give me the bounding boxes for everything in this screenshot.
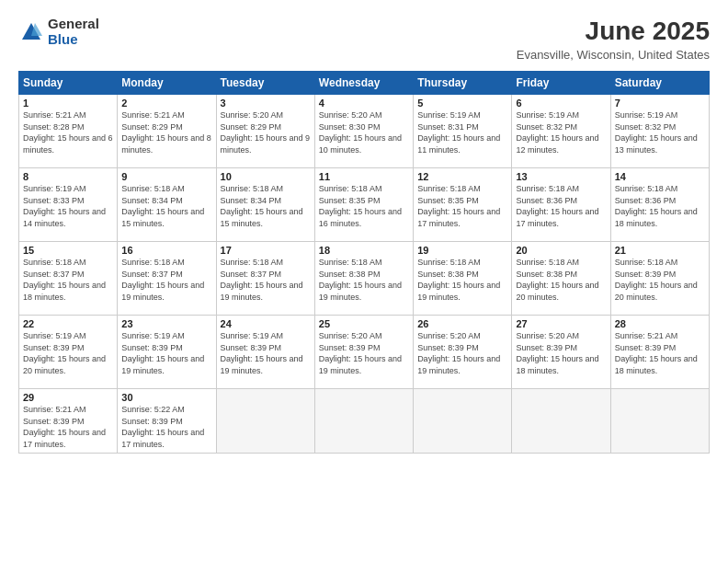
day-number: 12 xyxy=(417,171,507,182)
table-row: 29Sunrise: 5:21 AMSunset: 8:39 PMDayligh… xyxy=(19,389,118,454)
col-sunday: Sunday xyxy=(19,72,118,95)
table-row: 5Sunrise: 5:19 AMSunset: 8:31 PMDaylight… xyxy=(414,95,512,168)
calendar-week-row: 15Sunrise: 5:18 AMSunset: 8:37 PMDayligh… xyxy=(19,242,710,316)
day-number: 21 xyxy=(615,245,705,256)
logo-icon xyxy=(18,19,44,45)
calendar-week-row: 8Sunrise: 5:19 AMSunset: 8:33 PMDaylight… xyxy=(19,168,710,242)
day-number: 29 xyxy=(23,392,113,403)
day-number: 6 xyxy=(516,98,606,109)
col-saturday: Saturday xyxy=(610,72,709,95)
day-info: Sunrise: 5:18 AMSunset: 8:36 PMDaylight:… xyxy=(615,183,705,229)
table-row: 8Sunrise: 5:19 AMSunset: 8:33 PMDaylight… xyxy=(19,168,118,242)
col-wednesday: Wednesday xyxy=(314,72,413,95)
day-info: Sunrise: 5:18 AMSunset: 8:39 PMDaylight:… xyxy=(615,257,705,303)
table-row: 10Sunrise: 5:18 AMSunset: 8:34 PMDayligh… xyxy=(216,168,314,242)
empty-cell xyxy=(216,389,314,454)
day-number: 22 xyxy=(23,318,113,329)
day-number: 14 xyxy=(615,171,705,182)
day-number: 13 xyxy=(516,171,606,182)
table-row: 19Sunrise: 5:18 AMSunset: 8:38 PMDayligh… xyxy=(414,242,512,316)
table-row: 6Sunrise: 5:19 AMSunset: 8:32 PMDaylight… xyxy=(512,95,610,168)
day-info: Sunrise: 5:18 AMSunset: 8:38 PMDaylight:… xyxy=(319,257,409,303)
day-number: 25 xyxy=(319,318,409,329)
main-title: June 2025 xyxy=(517,17,710,46)
table-row: 9Sunrise: 5:18 AMSunset: 8:34 PMDaylight… xyxy=(118,168,216,242)
table-row: 22Sunrise: 5:19 AMSunset: 8:39 PMDayligh… xyxy=(19,316,118,389)
table-row: 20Sunrise: 5:18 AMSunset: 8:38 PMDayligh… xyxy=(512,242,610,316)
page: General Blue June 2025 Evansville, Wisco… xyxy=(0,0,728,563)
calendar-header-row: Sunday Monday Tuesday Wednesday Thursday… xyxy=(19,72,710,95)
day-number: 19 xyxy=(417,245,507,256)
logo-blue: Blue xyxy=(48,32,99,48)
empty-cell xyxy=(512,389,610,454)
day-info: Sunrise: 5:19 AMSunset: 8:39 PMDaylight:… xyxy=(23,330,113,376)
day-number: 1 xyxy=(23,98,113,109)
day-number: 20 xyxy=(516,245,606,256)
day-number: 17 xyxy=(221,245,311,256)
day-info: Sunrise: 5:21 AMSunset: 8:28 PMDaylight:… xyxy=(23,109,113,155)
col-monday: Monday xyxy=(118,72,216,95)
col-friday: Friday xyxy=(512,72,610,95)
calendar-week-row: 22Sunrise: 5:19 AMSunset: 8:39 PMDayligh… xyxy=(19,316,710,389)
logo-general: General xyxy=(48,17,99,32)
table-row: 15Sunrise: 5:18 AMSunset: 8:37 PMDayligh… xyxy=(19,242,118,316)
table-row: 24Sunrise: 5:19 AMSunset: 8:39 PMDayligh… xyxy=(216,316,314,389)
table-row: 26Sunrise: 5:20 AMSunset: 8:39 PMDayligh… xyxy=(414,316,512,389)
day-number: 30 xyxy=(121,392,211,403)
day-info: Sunrise: 5:18 AMSunset: 8:37 PMDaylight:… xyxy=(221,257,311,303)
table-row: 17Sunrise: 5:18 AMSunset: 8:37 PMDayligh… xyxy=(216,242,314,316)
day-number: 27 xyxy=(516,318,606,329)
day-info: Sunrise: 5:19 AMSunset: 8:39 PMDaylight:… xyxy=(121,330,211,376)
header: General Blue June 2025 Evansville, Wisco… xyxy=(18,17,710,62)
day-info: Sunrise: 5:18 AMSunset: 8:38 PMDaylight:… xyxy=(516,257,606,303)
day-number: 9 xyxy=(121,171,211,182)
calendar: Sunday Monday Tuesday Wednesday Thursday… xyxy=(18,71,710,454)
day-info: Sunrise: 5:18 AMSunset: 8:34 PMDaylight:… xyxy=(121,183,211,229)
day-number: 28 xyxy=(615,318,705,329)
day-info: Sunrise: 5:21 AMSunset: 8:29 PMDaylight:… xyxy=(121,109,211,155)
day-number: 24 xyxy=(221,318,311,329)
table-row: 1Sunrise: 5:21 AMSunset: 8:28 PMDaylight… xyxy=(19,95,118,168)
table-row: 7Sunrise: 5:19 AMSunset: 8:32 PMDaylight… xyxy=(610,95,709,168)
table-row: 2Sunrise: 5:21 AMSunset: 8:29 PMDaylight… xyxy=(118,95,216,168)
day-number: 11 xyxy=(319,171,409,182)
day-info: Sunrise: 5:20 AMSunset: 8:30 PMDaylight:… xyxy=(319,109,409,155)
day-info: Sunrise: 5:20 AMSunset: 8:39 PMDaylight:… xyxy=(319,330,409,376)
day-info: Sunrise: 5:18 AMSunset: 8:37 PMDaylight:… xyxy=(23,257,113,303)
table-row: 16Sunrise: 5:18 AMSunset: 8:37 PMDayligh… xyxy=(118,242,216,316)
day-info: Sunrise: 5:18 AMSunset: 8:34 PMDaylight:… xyxy=(221,183,311,229)
col-thursday: Thursday xyxy=(414,72,512,95)
day-info: Sunrise: 5:19 AMSunset: 8:32 PMDaylight:… xyxy=(516,109,606,155)
day-info: Sunrise: 5:18 AMSunset: 8:35 PMDaylight:… xyxy=(417,183,507,229)
table-row: 11Sunrise: 5:18 AMSunset: 8:35 PMDayligh… xyxy=(314,168,413,242)
table-row: 14Sunrise: 5:18 AMSunset: 8:36 PMDayligh… xyxy=(610,168,709,242)
empty-cell xyxy=(314,389,413,454)
day-number: 16 xyxy=(121,245,211,256)
logo-text: General Blue xyxy=(48,17,99,47)
table-row: 23Sunrise: 5:19 AMSunset: 8:39 PMDayligh… xyxy=(118,316,216,389)
table-row: 30Sunrise: 5:22 AMSunset: 8:39 PMDayligh… xyxy=(118,389,216,454)
table-row: 28Sunrise: 5:21 AMSunset: 8:39 PMDayligh… xyxy=(610,316,709,389)
day-number: 15 xyxy=(23,245,113,256)
day-info: Sunrise: 5:21 AMSunset: 8:39 PMDaylight:… xyxy=(615,330,705,376)
day-info: Sunrise: 5:21 AMSunset: 8:39 PMDaylight:… xyxy=(23,404,113,450)
day-info: Sunrise: 5:20 AMSunset: 8:29 PMDaylight:… xyxy=(221,109,311,155)
table-row: 4Sunrise: 5:20 AMSunset: 8:30 PMDaylight… xyxy=(314,95,413,168)
day-info: Sunrise: 5:20 AMSunset: 8:39 PMDaylight:… xyxy=(516,330,606,376)
day-number: 5 xyxy=(417,98,507,109)
table-row: 12Sunrise: 5:18 AMSunset: 8:35 PMDayligh… xyxy=(414,168,512,242)
table-row: 21Sunrise: 5:18 AMSunset: 8:39 PMDayligh… xyxy=(610,242,709,316)
day-info: Sunrise: 5:18 AMSunset: 8:36 PMDaylight:… xyxy=(516,183,606,229)
calendar-week-row: 1Sunrise: 5:21 AMSunset: 8:28 PMDaylight… xyxy=(19,95,710,168)
day-number: 26 xyxy=(417,318,507,329)
table-row: 27Sunrise: 5:20 AMSunset: 8:39 PMDayligh… xyxy=(512,316,610,389)
table-row: 3Sunrise: 5:20 AMSunset: 8:29 PMDaylight… xyxy=(216,95,314,168)
table-row: 25Sunrise: 5:20 AMSunset: 8:39 PMDayligh… xyxy=(314,316,413,389)
day-info: Sunrise: 5:19 AMSunset: 8:31 PMDaylight:… xyxy=(417,109,507,155)
day-info: Sunrise: 5:22 AMSunset: 8:39 PMDaylight:… xyxy=(121,404,211,450)
calendar-week-row: 29Sunrise: 5:21 AMSunset: 8:39 PMDayligh… xyxy=(19,389,710,454)
day-number: 18 xyxy=(319,245,409,256)
day-number: 4 xyxy=(319,98,409,109)
day-number: 23 xyxy=(121,318,211,329)
day-info: Sunrise: 5:18 AMSunset: 8:37 PMDaylight:… xyxy=(121,257,211,303)
